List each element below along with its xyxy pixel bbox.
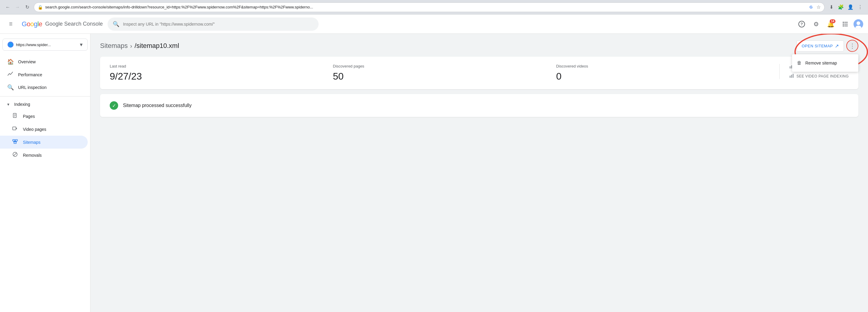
apps-button[interactable] xyxy=(839,18,851,30)
sitemaps-icon xyxy=(12,139,18,146)
dropdown-arrow-icon: ▾ xyxy=(80,41,83,48)
user-avatar-img xyxy=(854,19,863,29)
content-area: Sitemaps › /sitemap10.xml OPEN SITEMAP ↗… xyxy=(90,34,868,312)
browser-action-buttons: ⬇ 🧩 👤 ⋮ xyxy=(827,3,864,11)
success-card: ✓ Sitemap processed successfully xyxy=(100,94,858,117)
address-bar[interactable]: 🔒 search.google.com/search-console/sitem… xyxy=(34,2,825,12)
last-read-value: 9/27/23 xyxy=(110,71,323,82)
menu-button[interactable]: ☰ xyxy=(5,18,17,30)
breadcrumb-current: /sitemap10.xml xyxy=(134,42,179,50)
sidebar-item-url-inspection[interactable]: 🔍 URL inspection xyxy=(0,81,88,94)
breadcrumb-bar: Sitemaps › /sitemap10.xml OPEN SITEMAP ↗… xyxy=(90,34,868,57)
home-icon: 🏠 xyxy=(7,59,13,65)
svg-rect-23 xyxy=(793,74,794,78)
back-button[interactable]: ← xyxy=(4,3,12,11)
app-container: ☰ Google Google Search Console 🔍 ? ⚙ 🔔 1… xyxy=(0,14,868,312)
svg-marker-8 xyxy=(16,127,17,129)
hamburger-icon: ☰ xyxy=(9,22,13,26)
open-sitemap-label: OPEN SITEMAP xyxy=(802,44,833,48)
inspect-icon: 🔍 xyxy=(7,84,13,91)
remove-sitemap-label: Remove sitemap xyxy=(805,61,837,65)
svg-rect-22 xyxy=(791,75,792,78)
google-wordmark: Google xyxy=(22,20,42,28)
topbar-right: ? ⚙ 🔔 14 xyxy=(796,18,863,30)
help-icon: ? xyxy=(798,21,805,27)
bookmark-icon[interactable]: ☆ xyxy=(816,4,821,10)
search-input[interactable] xyxy=(123,22,313,27)
topbar: ☰ Google Google Search Console 🔍 ? ⚙ 🔔 1… xyxy=(0,14,868,34)
sidebar-item-sitemaps[interactable]: Sitemaps xyxy=(0,136,88,149)
sidebar-item-performance-label: Performance xyxy=(18,72,42,77)
removals-icon xyxy=(12,152,18,159)
breadcrumb-parent[interactable]: Sitemaps xyxy=(100,42,128,50)
discovered-videos-stat: Discovered videos 0 xyxy=(556,64,779,82)
profile-icon[interactable]: 👤 xyxy=(846,3,855,11)
sidebar-item-video-pages-label: Video pages xyxy=(23,127,46,132)
see-video-indexing-link[interactable]: SEE VIDEO PAGE INDEXING xyxy=(789,73,849,79)
discovered-pages-label: Discovered pages xyxy=(333,64,547,68)
nav-divider xyxy=(0,96,90,96)
search-icon: 🔍 xyxy=(113,21,119,27)
more-options-button[interactable]: ⋮ xyxy=(846,40,858,52)
property-url: https://www.spider... xyxy=(16,42,78,47)
svg-rect-11 xyxy=(14,142,16,144)
sidebar-item-performance[interactable]: Performance xyxy=(0,68,88,81)
apps-icon xyxy=(843,22,847,27)
open-sitemap-button[interactable]: OPEN SITEMAP ↗ xyxy=(797,40,844,52)
settings-icon: ⚙ xyxy=(813,21,819,28)
help-button[interactable]: ? xyxy=(796,18,808,30)
settings-button[interactable]: ⚙ xyxy=(810,18,822,30)
notification-badge: 14 xyxy=(830,19,835,23)
product-name: Google Search Console xyxy=(45,21,103,27)
forward-button[interactable]: → xyxy=(13,3,22,11)
svg-rect-10 xyxy=(16,139,18,141)
avatar[interactable] xyxy=(854,19,863,29)
google-logo-small: G xyxy=(808,4,814,10)
discovered-videos-value: 0 xyxy=(556,71,770,82)
property-favicon: 🌐 xyxy=(7,41,13,48)
sidebar-item-sitemaps-label: Sitemaps xyxy=(23,140,40,145)
breadcrumb-separator: › xyxy=(130,42,132,50)
svg-rect-9 xyxy=(13,139,15,141)
sidebar-item-overview[interactable]: 🏠 Overview xyxy=(0,56,88,68)
stats-card: Last read 9/27/23 Discovered pages 50 Di… xyxy=(100,57,858,89)
lock-icon: 🔒 xyxy=(38,5,43,10)
reload-button[interactable]: ↻ xyxy=(23,3,31,11)
sidebar-item-video-pages[interactable]: Video pages xyxy=(0,123,88,136)
logo: Google Google Search Console xyxy=(22,20,103,28)
sidebar-item-pages[interactable]: Pages xyxy=(0,110,88,123)
pages-icon xyxy=(12,113,18,120)
property-selector[interactable]: 🌐 https://www.spider... ▾ xyxy=(2,39,88,51)
video-indexing-chart-icon xyxy=(789,73,794,79)
last-read-label: Last read xyxy=(110,64,323,68)
trend-icon xyxy=(7,71,13,78)
success-message: Sitemap processed successfully xyxy=(123,103,192,108)
discovered-videos-label: Discovered videos xyxy=(556,64,770,68)
sidebar-item-overview-label: Overview xyxy=(18,59,36,64)
svg-rect-18 xyxy=(789,66,790,68)
breadcrumb: Sitemaps › /sitemap10.xml xyxy=(100,42,179,50)
browser-chrome: ← → ↻ 🔒 search.google.com/search-console… xyxy=(0,0,868,14)
remove-sitemap-item[interactable]: 🗑 Remove sitemap xyxy=(792,57,858,69)
svg-point-1 xyxy=(857,22,860,25)
stats-row: Last read 9/27/23 Discovered pages 50 Di… xyxy=(110,64,849,82)
more-options-icon[interactable]: ⋮ xyxy=(856,3,864,11)
video-icon xyxy=(12,126,18,133)
download-icon[interactable]: ⬇ xyxy=(827,3,835,11)
indexing-section-header[interactable]: ▾ Indexing xyxy=(0,99,90,110)
search-bar[interactable]: 🔍 xyxy=(107,18,318,31)
discovered-pages-value: 50 xyxy=(333,71,547,82)
svg-rect-21 xyxy=(789,76,790,78)
sidebar-item-removals-label: Removals xyxy=(23,153,41,158)
sidebar: 🌐 https://www.spider... ▾ 🏠 Overview Per… xyxy=(0,34,90,312)
sidebar-item-removals[interactable]: Removals xyxy=(0,149,88,162)
notifications-button[interactable]: 🔔 14 xyxy=(825,18,837,30)
svg-line-16 xyxy=(13,153,17,156)
more-icon: ⋮ xyxy=(849,42,855,50)
see-video-indexing-label: SEE VIDEO PAGE INDEXING xyxy=(797,74,849,79)
collapse-icon: ▾ xyxy=(7,102,9,107)
extensions-icon[interactable]: 🧩 xyxy=(837,3,845,11)
breadcrumb-actions: OPEN SITEMAP ↗ ⋮ 🗑 Remove sitem xyxy=(797,40,858,52)
success-icon: ✓ xyxy=(110,101,118,110)
trash-icon: 🗑 xyxy=(797,60,802,66)
